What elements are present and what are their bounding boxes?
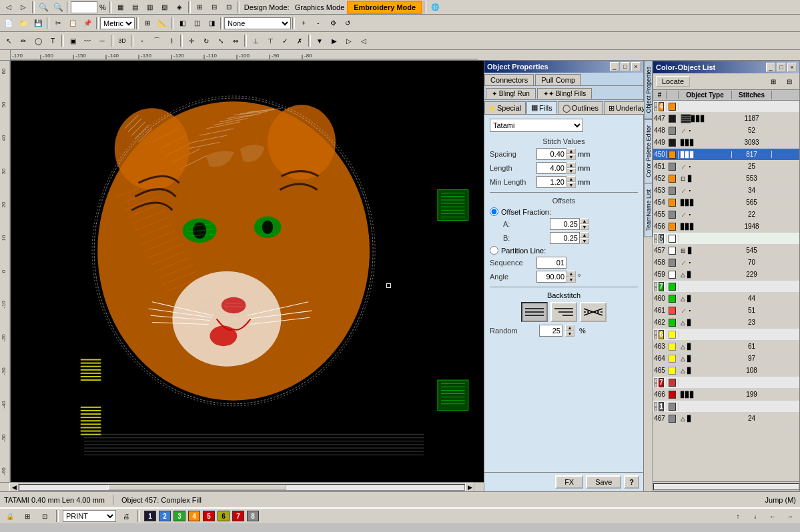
row-460[interactable]: 460 △ ▊ 44 — [653, 293, 799, 305]
backstitch-btn3[interactable] — [580, 302, 607, 322]
group-expand-4[interactable]: - 4 — [653, 102, 667, 111]
spacing-input[interactable] — [536, 148, 566, 160]
tie-btn[interactable]: ⊤ — [263, 34, 278, 47]
badge-6[interactable]: 6 — [218, 511, 230, 521]
row-459[interactable]: 459 △ ▊ 229 — [653, 269, 799, 281]
teamname-side-tab[interactable]: TeamName List — [644, 183, 653, 237]
copy-btn[interactable]: 📋 — [65, 17, 80, 30]
badge-7[interactable]: 7 — [232, 511, 244, 521]
open-btn[interactable]: 📁 — [16, 17, 31, 30]
node-btn[interactable]: ◦ — [135, 34, 149, 47]
a-input[interactable] — [550, 218, 580, 230]
tb-icon5[interactable]: ◈ — [172, 1, 187, 14]
tb-icon4[interactable]: ▧ — [157, 1, 172, 14]
col-obj-restore[interactable]: □ — [777, 63, 786, 72]
text-btn[interactable]: T — [45, 34, 60, 47]
shapes-btn[interactable]: ◯ — [31, 34, 45, 47]
group-expand-7b[interactable]: - 7 — [653, 378, 667, 387]
fill-btn[interactable]: ▣ — [65, 34, 80, 47]
row-466[interactable]: 466 ▊▊▊ 199 — [653, 389, 799, 401]
tab-pull-comp[interactable]: Pull Comp — [535, 74, 581, 85]
props-btn[interactable]: ⚙ — [326, 17, 340, 30]
row-449[interactable]: 449 ▊▊▊ 3093 — [653, 137, 799, 149]
grid-btn[interactable]: ⊞ — [140, 17, 155, 30]
3d-btn[interactable]: 3D — [115, 34, 129, 47]
a-down[interactable]: ▼ — [580, 224, 589, 230]
tab-special[interactable]: ★ Special — [484, 101, 526, 114]
group-btn[interactable]: ▶ — [327, 34, 342, 47]
group-expand-6[interactable]: - 6 — [653, 330, 667, 339]
badge-4[interactable]: 4 — [188, 511, 200, 521]
col-obj-body[interactable]: - 4 447 ▊▊▊ 1187 448 ⟋ ▸ — [653, 101, 799, 481]
group-expand-1[interactable]: - 1 — [653, 402, 667, 411]
tab-connectors[interactable]: Connectors — [484, 74, 534, 85]
panel-close-btn[interactable]: × — [631, 62, 641, 71]
row-453[interactable]: 453 ⟋ ▸ 34 — [653, 185, 799, 197]
move-btn[interactable]: ✛ — [184, 34, 199, 47]
badge-2[interactable]: 2 — [159, 511, 171, 521]
run-btn[interactable]: ─ — [95, 34, 109, 47]
taskbar-btn3[interactable]: ⊡ — [37, 509, 52, 523]
canvas-hscrollbar[interactable]: ◀ ▶ — [0, 482, 484, 491]
rotate-btn[interactable]: ↻ — [199, 34, 214, 47]
badge-3[interactable]: 3 — [173, 511, 185, 521]
group-6-header[interactable]: - 6 — [653, 329, 799, 341]
metric-select[interactable]: Metric — [100, 17, 135, 29]
col-obj-tb2[interactable]: ⊟ — [782, 75, 797, 88]
tab-bling-fills[interactable]: ✦✦ Bling! Fills — [537, 88, 592, 99]
min-length-down[interactable]: ▼ — [566, 182, 576, 188]
zoom-out-btn[interactable]: 🔍 — [36, 1, 51, 14]
redo-btn[interactable]: ▷ — [16, 1, 31, 14]
ruler-btn[interactable]: 📐 — [155, 17, 169, 30]
group-4-header[interactable]: - 4 — [653, 101, 799, 113]
stitch-btn[interactable]: 〰 — [80, 34, 95, 47]
backstitch-btn1[interactable] — [521, 302, 548, 322]
row-461[interactable]: 461 ⟋ ▸ 51 — [653, 305, 799, 317]
group-expand-7a[interactable]: - 7 — [653, 282, 667, 291]
row-454[interactable]: 454 ▊▊▊ 565 — [653, 197, 799, 209]
row-451[interactable]: 451 ⟋ ▸ 25 — [653, 161, 799, 173]
minus-btn[interactable]: - — [311, 17, 326, 30]
row-456[interactable]: 456 ▊▊▊ 1948 — [653, 221, 799, 233]
undo-btn[interactable]: ◁ — [1, 1, 16, 14]
layer-btn[interactable]: ▼ — [312, 34, 327, 47]
col-obj-hscroll[interactable] — [653, 481, 799, 491]
panel-minimize-btn[interactable]: _ — [610, 62, 619, 71]
jump-btn[interactable]: ⊥ — [248, 34, 263, 47]
help-btn[interactable]: ? — [624, 475, 639, 489]
mirror-btn[interactable]: ⇔ — [228, 34, 243, 47]
badge-5[interactable]: 5 — [203, 511, 215, 521]
scale-btn[interactable]: ⤡ — [214, 34, 228, 47]
min-length-up[interactable]: ▲ — [566, 176, 576, 182]
taskbar-end-btn3[interactable]: ← — [765, 509, 780, 523]
row-465[interactable]: 465 △ ▊ 108 — [653, 365, 799, 377]
row-467[interactable]: 467 △ ▊ 24 — [653, 413, 799, 425]
b-up[interactable]: ▲ — [580, 232, 589, 238]
random-input[interactable] — [539, 325, 562, 337]
min-length-input[interactable] — [536, 176, 566, 188]
scroll-thumb[interactable] — [108, 485, 286, 490]
badge-8[interactable]: 8 — [247, 511, 259, 521]
new-btn[interactable]: 📄 — [1, 17, 16, 30]
b-down[interactable]: ▼ — [580, 238, 589, 244]
paste-btn[interactable]: 📌 — [80, 17, 95, 30]
fill-type-select[interactable]: Tatami — [490, 119, 583, 132]
tb-icon1[interactable]: ▦ — [113, 1, 128, 14]
fx-btn[interactable]: FX — [555, 475, 583, 489]
obj-props-side-tab[interactable]: Object Properties — [644, 61, 653, 119]
pen-btn[interactable]: ✏ — [16, 34, 31, 47]
zoom-in-btn[interactable]: 🔍 — [51, 1, 65, 14]
align-left[interactable]: ◧ — [175, 17, 189, 30]
taskbar-end-btn1[interactable]: ↑ — [731, 509, 745, 523]
tab-fills[interactable]: ▦ Fills — [526, 101, 557, 114]
group-expand-5[interactable]: - 5 — [653, 234, 667, 243]
row-447[interactable]: 447 ▊▊▊ 1187 — [653, 113, 799, 125]
x-btn[interactable]: ✗ — [292, 34, 307, 47]
partition-line-radio[interactable] — [490, 246, 498, 255]
angle-input[interactable] — [536, 271, 566, 283]
group-7b-header[interactable]: - 7 — [653, 377, 799, 389]
locate-btn[interactable]: Locate — [656, 76, 690, 87]
group-1-header[interactable]: - 1 — [653, 401, 799, 413]
color-palette-side-tab[interactable]: Color Palette Editor — [644, 119, 653, 183]
row-450[interactable]: 450 ▊▊▊ 817 — [653, 149, 799, 161]
